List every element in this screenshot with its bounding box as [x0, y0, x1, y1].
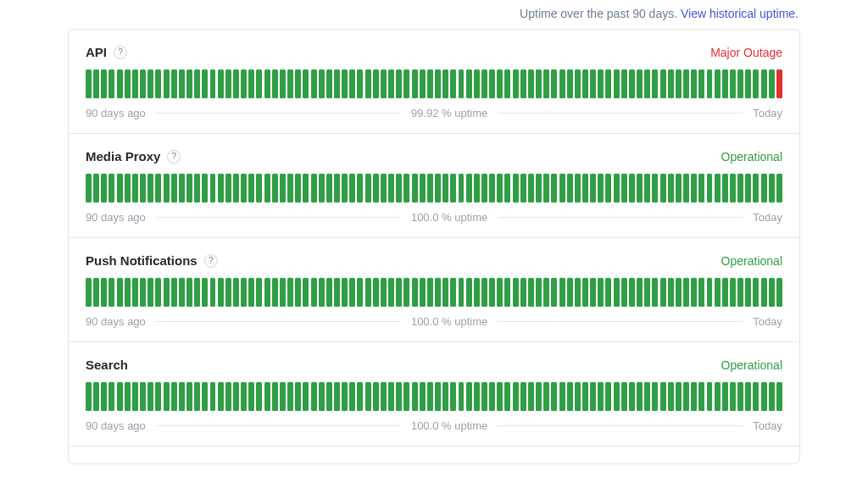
uptime-day-bar[interactable]: [218, 69, 224, 98]
uptime-day-bar[interactable]: [280, 69, 286, 98]
uptime-day-bar[interactable]: [435, 382, 441, 411]
uptime-day-bar[interactable]: [420, 174, 426, 202]
uptime-day-bar[interactable]: [272, 69, 278, 98]
uptime-day-bar[interactable]: [761, 278, 767, 307]
uptime-day-bar[interactable]: [186, 174, 192, 202]
uptime-day-bar[interactable]: [303, 278, 309, 307]
uptime-day-bar[interactable]: [513, 174, 519, 202]
uptime-day-bar[interactable]: [373, 278, 379, 307]
uptime-day-bar[interactable]: [218, 278, 224, 307]
uptime-day-bar[interactable]: [621, 278, 627, 307]
uptime-day-bar[interactable]: [194, 382, 200, 411]
uptime-day-bar[interactable]: [86, 278, 92, 307]
uptime-day-bar[interactable]: [513, 278, 519, 307]
uptime-day-bar[interactable]: [287, 278, 293, 307]
uptime-day-bar[interactable]: [644, 278, 650, 307]
uptime-day-bar[interactable]: [125, 278, 131, 307]
uptime-day-bar[interactable]: [621, 69, 627, 98]
uptime-day-bar[interactable]: [543, 278, 549, 307]
uptime-day-bar[interactable]: [668, 174, 674, 202]
uptime-day-bar[interactable]: [218, 174, 224, 202]
uptime-day-bar[interactable]: [179, 69, 185, 98]
uptime-day-bar[interactable]: [155, 278, 161, 307]
uptime-day-bar[interactable]: [117, 382, 123, 411]
uptime-day-bar[interactable]: [435, 278, 441, 307]
uptime-day-bar[interactable]: [629, 174, 635, 202]
uptime-day-bar[interactable]: [147, 382, 153, 411]
uptime-day-bar[interactable]: [202, 174, 208, 202]
uptime-day-bar[interactable]: [776, 69, 782, 98]
uptime-day-bar[interactable]: [644, 174, 650, 202]
uptime-day-bar[interactable]: [295, 69, 301, 98]
uptime-day-bar[interactable]: [637, 69, 643, 98]
uptime-day-bar[interactable]: [559, 174, 565, 202]
uptime-day-bar[interactable]: [412, 174, 418, 202]
uptime-day-bar[interactable]: [373, 382, 379, 411]
uptime-day-bar[interactable]: [691, 278, 697, 307]
uptime-day-bar[interactable]: [373, 174, 379, 202]
uptime-day-bar[interactable]: [225, 174, 231, 202]
uptime-day-bar[interactable]: [319, 382, 325, 411]
uptime-day-bar[interactable]: [652, 278, 658, 307]
uptime-day-bar[interactable]: [567, 382, 573, 411]
uptime-day-bar[interactable]: [202, 278, 208, 307]
uptime-day-bar[interactable]: [730, 278, 736, 307]
uptime-day-bar[interactable]: [598, 69, 604, 98]
uptime-day-bar[interactable]: [86, 174, 92, 202]
uptime-day-bar[interactable]: [698, 278, 704, 307]
uptime-day-bar[interactable]: [287, 69, 293, 98]
uptime-day-bar[interactable]: [326, 69, 332, 98]
uptime-day-bar[interactable]: [621, 174, 627, 202]
uptime-day-bar[interactable]: [147, 174, 153, 202]
uptime-day-bar[interactable]: [614, 382, 620, 411]
uptime-day-bar[interactable]: [707, 382, 713, 411]
uptime-day-bar[interactable]: [737, 382, 743, 411]
uptime-day-bar[interactable]: [575, 174, 581, 202]
uptime-day-bar[interactable]: [660, 278, 666, 307]
uptime-day-bar[interactable]: [132, 382, 138, 411]
uptime-day-bar[interactable]: [93, 278, 99, 307]
uptime-day-bar[interactable]: [676, 278, 682, 307]
uptime-day-bar[interactable]: [504, 69, 510, 98]
uptime-day-bar[interactable]: [489, 382, 495, 411]
uptime-day-bar[interactable]: [171, 174, 177, 202]
uptime-day-bar[interactable]: [108, 278, 114, 307]
uptime-day-bar[interactable]: [311, 382, 317, 411]
uptime-day-bar[interactable]: [567, 174, 573, 202]
uptime-day-bar[interactable]: [420, 69, 426, 98]
uptime-day-bar[interactable]: [264, 174, 270, 202]
uptime-day-bar[interactable]: [403, 278, 409, 307]
uptime-day-bar[interactable]: [164, 382, 170, 411]
uptime-day-bar[interactable]: [513, 69, 519, 98]
uptime-day-bar[interactable]: [427, 278, 433, 307]
uptime-day-bar[interactable]: [179, 174, 185, 202]
uptime-day-bar[interactable]: [342, 174, 348, 202]
uptime-day-bar[interactable]: [776, 174, 782, 202]
uptime-day-bar[interactable]: [412, 69, 418, 98]
uptime-day-bar[interactable]: [280, 278, 286, 307]
uptime-day-bar[interactable]: [776, 382, 782, 411]
uptime-day-bar[interactable]: [349, 69, 355, 98]
uptime-day-bar[interactable]: [629, 69, 635, 98]
uptime-day-bar[interactable]: [559, 69, 565, 98]
uptime-day-bar[interactable]: [202, 382, 208, 411]
uptime-day-bar[interactable]: [450, 382, 456, 411]
uptime-day-bar[interactable]: [644, 382, 650, 411]
uptime-day-bar[interactable]: [442, 278, 448, 307]
uptime-day-bar[interactable]: [474, 382, 480, 411]
uptime-day-bar[interactable]: [272, 382, 278, 411]
uptime-day-bar[interactable]: [403, 382, 409, 411]
uptime-day-bar[interactable]: [481, 174, 487, 202]
uptime-day-bar[interactable]: [683, 382, 689, 411]
uptime-day-bar[interactable]: [357, 382, 363, 411]
uptime-day-bar[interactable]: [528, 278, 534, 307]
uptime-day-bar[interactable]: [342, 69, 348, 98]
uptime-day-bar[interactable]: [730, 382, 736, 411]
uptime-day-bar[interactable]: [745, 278, 751, 307]
uptime-day-bar[interactable]: [676, 382, 682, 411]
uptime-day-bar[interactable]: [326, 278, 332, 307]
uptime-day-bar[interactable]: [489, 69, 495, 98]
uptime-day-bar[interactable]: [303, 69, 309, 98]
help-icon[interactable]: ?: [204, 254, 218, 268]
uptime-day-bar[interactable]: [536, 382, 542, 411]
